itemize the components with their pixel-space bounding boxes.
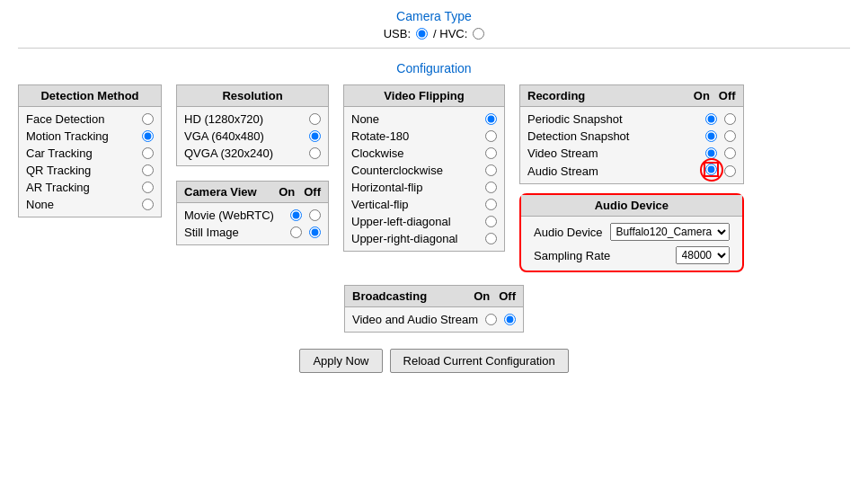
ul-diagonal-radio[interactable]: [485, 216, 497, 227]
detection-method-header: Detection Method: [19, 85, 161, 107]
hd-label: HD (1280x720): [184, 112, 263, 126]
video-flipping-body: None Rotate-180 Clockwise Counterclockwi…: [344, 107, 504, 251]
detection-snapshot-off-radio[interactable]: [724, 130, 736, 142]
video-stream-on-radio[interactable]: [705, 147, 717, 159]
audio-stream-on-radio[interactable]: [705, 164, 717, 175]
audio-device-body: Audio Device Buffalo120_CameraDefault Sa…: [521, 217, 742, 271]
none-flip-radio[interactable]: [485, 113, 497, 125]
list-item: Video and Audio Stream: [352, 311, 516, 328]
usb-radio[interactable]: [416, 28, 428, 40]
qr-tracking-radio[interactable]: [142, 164, 154, 176]
camera-view-body: Movie (WebRTC) Still Image: [177, 203, 328, 244]
list-item: Still Image: [184, 224, 321, 241]
list-item: HD (1280x720): [184, 111, 321, 128]
vflip-radio[interactable]: [485, 199, 497, 210]
list-item: Upper-left-diagonal: [351, 213, 497, 230]
hflip-radio[interactable]: [485, 182, 497, 193]
sampling-rate-row: Sampling Rate 480004410022050160008000: [528, 244, 735, 267]
reload-config-button[interactable]: Reload Current Configuration: [390, 349, 569, 373]
list-item: Video Stream: [527, 145, 736, 162]
sampling-rate-label: Sampling Rate: [534, 249, 610, 262]
list-item: Face Detection: [26, 111, 154, 128]
hflip-label: Horizontal-flip: [351, 181, 422, 194]
counterclockwise-label: Counterclockwise: [351, 164, 443, 177]
camera-view-panel: Camera View On Off Movie (WebRTC): [176, 181, 329, 245]
video-flipping-header: Video Flipping: [344, 85, 504, 107]
usb-label: USB:: [384, 27, 411, 40]
still-image-on-radio[interactable]: [290, 226, 302, 238]
broadcasting-panel: Broadcasting On Off Video and Audio Stre…: [344, 285, 524, 333]
list-item: Vertical-flip: [351, 196, 497, 213]
clockwise-radio[interactable]: [485, 147, 497, 159]
list-item: Periodic Snapshot: [527, 111, 736, 128]
movie-webrtc-label: Movie (WebRTC): [184, 209, 274, 222]
broadcasting-off-radio[interactable]: [504, 314, 516, 325]
video-stream-off-radio[interactable]: [724, 147, 736, 159]
counterclockwise-radio[interactable]: [485, 164, 497, 176]
right-col: Recording On Off Periodic Snapshot: [519, 84, 744, 272]
periodic-snapshot-on-radio[interactable]: [705, 113, 717, 125]
movie-webrtc-off-radio[interactable]: [309, 209, 321, 221]
resolution-header: Resolution: [177, 85, 328, 107]
rotate180-radio[interactable]: [485, 130, 497, 142]
broadcasting-off-label: Off: [499, 289, 516, 303]
resolution-body: HD (1280x720) VGA (640x480) QVGA (320x24…: [177, 107, 328, 165]
camera-view-on-label: On: [279, 185, 295, 199]
list-item: VGA (640x480): [184, 128, 321, 145]
face-detection-label: Face Detection: [26, 112, 104, 126]
resolution-panel: Resolution HD (1280x720) VGA (640x480) Q…: [176, 84, 329, 166]
video-audio-stream-label: Video and Audio Stream: [352, 313, 478, 326]
none-detection-label: None: [26, 198, 54, 211]
recording-off-label: Off: [719, 89, 736, 102]
qvga-radio[interactable]: [309, 147, 321, 159]
vga-radio[interactable]: [309, 130, 321, 142]
qr-tracking-label: QR Tracking: [26, 164, 91, 177]
motion-tracking-label: Motion Tracking: [26, 129, 109, 143]
list-item: Movie (WebRTC): [184, 207, 321, 224]
recording-header-label: Recording: [527, 89, 585, 102]
audio-device-row: Audio Device Buffalo120_CameraDefault: [528, 220, 735, 244]
broadcasting-header-label: Broadcasting: [352, 289, 427, 303]
camera-view-header: Camera View On Off: [177, 182, 328, 203]
none-flip-label: None: [351, 112, 379, 126]
clockwise-label: Clockwise: [351, 146, 404, 160]
detection-snapshot-on-radio[interactable]: [705, 130, 717, 142]
car-tracking-radio[interactable]: [142, 147, 154, 159]
car-tracking-label: Car Tracking: [26, 146, 93, 160]
none-detection-radio[interactable]: [142, 199, 154, 210]
broadcasting-body: Video and Audio Stream: [345, 307, 523, 332]
audio-device-select[interactable]: Buffalo120_CameraDefault: [610, 223, 730, 241]
list-item: Horizontal-flip: [351, 179, 497, 196]
qvga-label: QVGA (320x240): [184, 146, 273, 160]
sampling-rate-select[interactable]: 480004410022050160008000: [676, 246, 730, 264]
periodic-snapshot-off-radio[interactable]: [724, 113, 736, 125]
ar-tracking-radio[interactable]: [142, 182, 154, 193]
detection-snapshot-label: Detection Snapshot: [527, 129, 629, 143]
video-stream-label: Video Stream: [527, 146, 598, 160]
audio-stream-off-radio[interactable]: [724, 165, 736, 177]
camera-view-header-label: Camera View: [184, 185, 257, 199]
hvc-label: / HVC:: [433, 27, 467, 40]
periodic-snapshot-label: Periodic Snapshot: [527, 112, 623, 126]
ur-diagonal-radio[interactable]: [485, 233, 497, 244]
motion-tracking-radio[interactable]: [142, 130, 154, 142]
list-item: QR Tracking: [26, 162, 154, 179]
face-detection-radio[interactable]: [142, 113, 154, 125]
config-title: Configuration: [18, 61, 850, 75]
vflip-label: Vertical-flip: [351, 198, 409, 211]
movie-webrtc-on-radio[interactable]: [290, 209, 302, 221]
divider: [18, 48, 850, 49]
broadcasting-on-radio[interactable]: [485, 314, 497, 325]
list-item: Clockwise: [351, 145, 497, 162]
ar-tracking-label: AR Tracking: [26, 181, 90, 194]
list-item: Car Tracking: [26, 145, 154, 162]
detection-method-body: Face Detection Motion Tracking Car Track…: [19, 107, 161, 217]
camera-type-title: Camera Type: [0, 9, 868, 23]
hd-radio[interactable]: [309, 113, 321, 125]
list-item: None: [351, 111, 497, 128]
still-image-off-radio[interactable]: [309, 226, 321, 238]
hvc-radio[interactable]: [473, 28, 484, 40]
apply-now-button[interactable]: Apply Now: [299, 349, 382, 373]
list-item: Rotate-180: [351, 128, 497, 145]
recording-body: Periodic Snapshot Detection Snapshot: [520, 107, 743, 183]
